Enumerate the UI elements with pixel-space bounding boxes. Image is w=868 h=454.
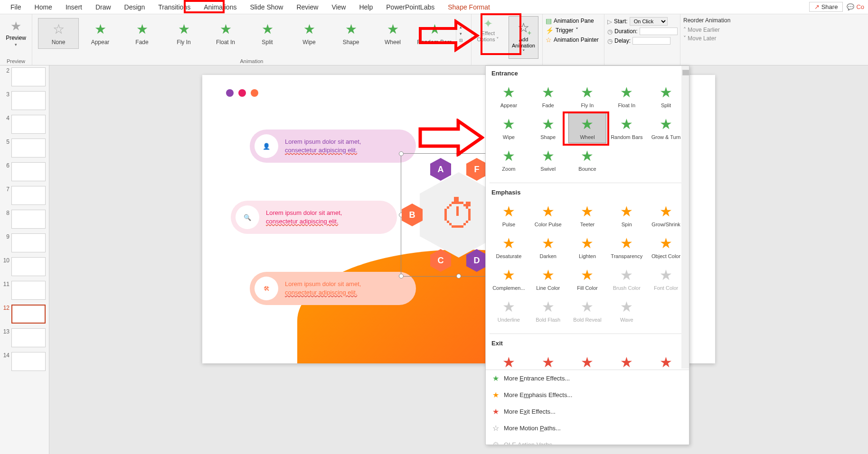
resize-handle-bm[interactable]: [456, 274, 461, 278]
more-motion-paths[interactable]: ☆More Motion Paths...: [486, 420, 689, 436]
gallery-more-button[interactable]: ▴▾⊟: [456, 18, 465, 49]
dd-item-shape[interactable]: ★Shape: [529, 112, 567, 143]
dd-item-transparency[interactable]: ★Transparency: [607, 232, 646, 262]
dd-item-float-in[interactable]: ★Float In: [607, 81, 646, 111]
menu-design[interactable]: Design: [118, 1, 152, 13]
menu-review[interactable]: Review: [290, 1, 325, 13]
dd-item-pulse[interactable]: ★Pulse: [490, 200, 528, 231]
slide-thumbnail[interactable]: [11, 210, 46, 229]
dd-item-lighten[interactable]: ★Lighten: [568, 232, 607, 262]
info-pill-bl[interactable]: 🛠Lorem ipsum dolor sit amet,consectetur …: [250, 272, 416, 305]
slide-thumbnail[interactable]: [11, 257, 46, 276]
menu-animations[interactable]: Animations: [197, 1, 243, 13]
slide-thumbnail[interactable]: [11, 305, 46, 324]
slide-thumbnail[interactable]: [11, 162, 46, 181]
thumbnails-panel[interactable]: 234567891011121314: [0, 65, 49, 454]
dropdown-scroll[interactable]: Entrance ★Appear★Fade★Fly In★Float In★Sp…: [486, 66, 689, 370]
dd-item-grow-turn[interactable]: ★Grow & Turn: [647, 112, 685, 143]
gallery-item-float-in[interactable]: ★Float In: [205, 18, 246, 49]
dd-item-wheel[interactable]: ★Wheel: [568, 112, 607, 143]
thumb-row-14[interactable]: 14: [2, 352, 47, 371]
gallery-item-fly-in[interactable]: ★Fly In: [163, 18, 204, 49]
menu-view[interactable]: View: [325, 1, 352, 13]
dd-item-fill-color[interactable]: ★Fill Color: [568, 263, 607, 294]
dd-item-fade[interactable]: ★Fade: [529, 81, 567, 111]
dd-item-exit[interactable]: ★: [529, 351, 567, 370]
duration-input[interactable]: [640, 28, 678, 35]
menu-draw[interactable]: Draw: [89, 1, 118, 13]
dd-item-split[interactable]: ★Split: [647, 81, 685, 111]
thumb-row-8[interactable]: 8: [2, 210, 47, 229]
thumb-row-3[interactable]: 3: [2, 91, 47, 110]
dd-item-exit[interactable]: ★: [490, 351, 528, 370]
gallery-item-none[interactable]: ☆None: [38, 18, 79, 49]
dd-item-wipe[interactable]: ★Wipe: [490, 112, 528, 143]
thumb-row-11[interactable]: 11: [2, 281, 47, 300]
more-emphasis-effects[interactable]: ★More Emphasis Effects...: [486, 387, 689, 403]
slide-thumbnail[interactable]: [11, 328, 46, 347]
dd-item-bounce[interactable]: ★Bounce: [568, 144, 607, 175]
dd-item-teeter[interactable]: ★Teeter: [568, 200, 607, 231]
gallery-item-shape[interactable]: ★Shape: [330, 18, 371, 49]
menu-help[interactable]: Help: [352, 1, 379, 13]
thumb-row-10[interactable]: 10: [2, 257, 47, 276]
dd-item-darken[interactable]: ★Darken: [529, 232, 567, 262]
thumb-row-13[interactable]: 13: [2, 328, 47, 347]
menu-slideshow[interactable]: Slide Show: [243, 1, 290, 13]
delay-input[interactable]: [632, 37, 670, 45]
dd-item-line-color[interactable]: ★Line Color: [529, 263, 567, 294]
gallery-item-fade[interactable]: ★Fade: [122, 18, 162, 49]
scrollbar-thumb[interactable]: [682, 70, 689, 75]
dd-item-spin[interactable]: ★Spin: [607, 200, 646, 231]
menu-home[interactable]: Home: [28, 1, 59, 13]
share-button[interactable]: ↗Share: [809, 2, 843, 12]
menu-file[interactable]: File: [4, 1, 28, 13]
thumb-row-2[interactable]: 2: [2, 67, 47, 86]
slide-thumbnail[interactable]: [11, 139, 46, 158]
more-exit-effects[interactable]: ★More Exit Effects...: [486, 403, 689, 420]
gallery-item-appear[interactable]: ★Appear: [80, 18, 121, 49]
move-earlier-button[interactable]: ˄ Move Earlier: [683, 27, 739, 33]
dd-item-exit[interactable]: ★: [647, 351, 685, 370]
thumb-row-12[interactable]: 12: [2, 305, 47, 324]
slide-thumbnail[interactable]: [11, 67, 46, 86]
gallery-item-split[interactable]: ★Split: [247, 18, 288, 49]
dropdown-scrollbar[interactable]: [681, 66, 689, 369]
gallery-item-wipe[interactable]: ★Wipe: [289, 18, 330, 49]
slide-thumbnail[interactable]: [11, 115, 46, 134]
animation-painter-button[interactable]: ☆Animation Painter: [546, 36, 601, 44]
dd-item-fly-in[interactable]: ★Fly In: [568, 81, 607, 111]
trigger-button[interactable]: ⚡Trigger ˅: [546, 27, 601, 34]
slide-thumbnail[interactable]: [11, 91, 46, 110]
dd-item-swivel[interactable]: ★Swivel: [529, 144, 567, 175]
menu-insert[interactable]: Insert: [59, 1, 89, 13]
more-entrance-effects[interactable]: ★More Entrance Effects...: [486, 370, 689, 387]
gallery-item-wheel[interactable]: ★Wheel: [372, 18, 413, 49]
animation-pane-button[interactable]: ▤Animation Pane: [546, 17, 601, 25]
info-pill-tl[interactable]: 👤Lorem ipsum dolor sit amet,consectetur …: [250, 130, 416, 163]
resize-handle-bl[interactable]: [399, 274, 404, 278]
gallery-item-random-bars[interactable]: ★Random Bars: [414, 18, 455, 49]
thumb-row-7[interactable]: 7: [2, 186, 47, 205]
dd-item-exit[interactable]: ★: [568, 351, 607, 370]
dd-item-object-color[interactable]: ★Object Color: [647, 232, 685, 262]
menu-transitions[interactable]: Transitions: [151, 1, 197, 13]
menu-shape-format[interactable]: Shape Format: [441, 1, 497, 13]
thumb-row-6[interactable]: 6: [2, 162, 47, 181]
thumb-row-4[interactable]: 4: [2, 115, 47, 134]
dd-item-zoom[interactable]: ★Zoom: [490, 144, 528, 175]
move-later-button[interactable]: ˅ Move Later: [683, 35, 739, 42]
dd-item-grow-shrink[interactable]: ★Grow/Shrink: [647, 200, 685, 231]
menu-powerpointlabs[interactable]: PowerPointLabs: [379, 1, 441, 13]
dd-item-random-bars[interactable]: ★Random Bars: [607, 112, 646, 143]
resize-handle-tm[interactable]: [456, 151, 461, 156]
comments-button[interactable]: 💬Co: [847, 3, 864, 10]
preview-button[interactable]: ★ Preview ▾: [4, 16, 28, 50]
info-pill-ml[interactable]: 🔍Lorem ipsum dolor sit amet,consectetur …: [231, 201, 397, 234]
thumb-row-9[interactable]: 9: [2, 233, 47, 252]
dd-item-complemen-[interactable]: ★Complemen...: [490, 263, 528, 294]
thumb-row-5[interactable]: 5: [2, 139, 47, 158]
dd-item-exit[interactable]: ★: [607, 351, 646, 370]
start-select[interactable]: On Click: [630, 17, 668, 26]
slide-thumbnail[interactable]: [11, 352, 46, 371]
